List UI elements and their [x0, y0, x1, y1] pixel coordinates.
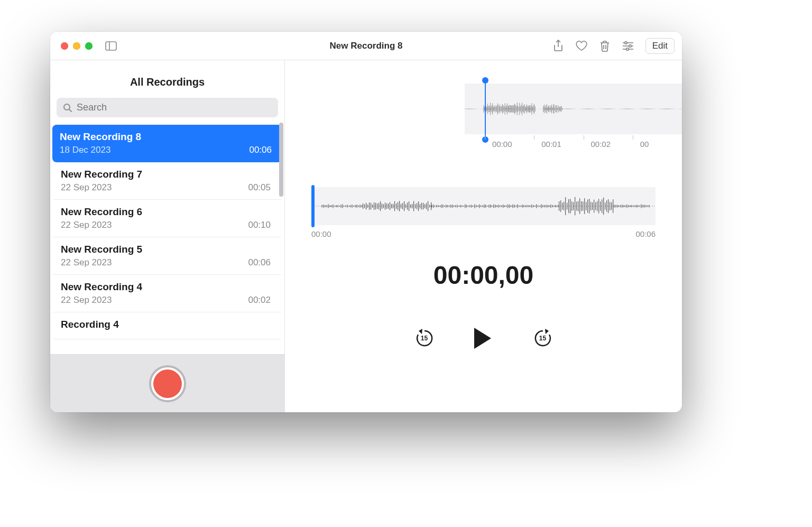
overview-tick: 00:01 — [534, 136, 583, 152]
svg-rect-0 — [106, 42, 116, 50]
recording-name: New Recording 8 — [60, 131, 272, 143]
titlebar: New Recording 8 — [50, 32, 682, 60]
svg-point-7 — [629, 44, 631, 47]
overview-tick: 00:02 — [584, 136, 633, 152]
recording-duration: 00:06 — [249, 145, 272, 155]
search-icon — [63, 103, 72, 113]
current-time-display: 00:00,00 — [285, 261, 682, 290]
trash-icon[interactable] — [599, 40, 611, 52]
edit-button[interactable]: Edit — [645, 38, 675, 54]
overview-playhead[interactable] — [485, 80, 486, 140]
favorite-icon[interactable] — [576, 40, 587, 52]
zoom-window-button[interactable] — [85, 42, 93, 50]
detail-end-time: 00:06 — [635, 229, 656, 238]
recording-item[interactable]: New Recording 522 Sep 202300:06 — [53, 237, 281, 275]
recording-name: Recording 4 — [61, 319, 271, 330]
recording-name: New Recording 6 — [61, 206, 271, 218]
main-panel: 00:0000:0100:0200 00:00 00:06 00:00,00 — [285, 60, 682, 412]
skip-forward-button[interactable]: 15 — [532, 328, 553, 349]
recording-item[interactable]: Recording 4 — [53, 312, 281, 339]
close-window-button[interactable] — [61, 42, 68, 50]
recording-date: 22 Sep 2023 — [61, 295, 112, 306]
svg-point-5 — [625, 41, 627, 43]
play-button[interactable] — [472, 327, 495, 350]
recording-date: 22 Sep 2023 — [61, 220, 112, 230]
recording-name: New Recording 7 — [61, 169, 271, 180]
window-controls — [50, 42, 93, 50]
recording-date: 22 Sep 2023 — [61, 182, 112, 193]
app-window: New Recording 8 — [50, 32, 682, 412]
minimize-window-button[interactable] — [73, 42, 80, 50]
recording-name: New Recording 5 — [61, 244, 271, 255]
recording-duration: 00:10 — [248, 220, 271, 230]
search-input[interactable] — [57, 98, 278, 117]
recording-duration: 00:02 — [248, 295, 271, 306]
window-body: All Recordings New Recording 818 Dec 202… — [50, 60, 682, 412]
search-field[interactable] — [77, 102, 272, 113]
recording-item[interactable]: New Recording 422 Sep 202300:02 — [53, 275, 281, 312]
recording-name: New Recording 4 — [61, 281, 271, 293]
sidebar-footer — [50, 354, 284, 412]
toolbar-right: Edit — [552, 38, 682, 54]
sidebar-toggle-icon[interactable] — [105, 41, 117, 51]
skip-back-button[interactable]: 15 — [414, 328, 435, 349]
svg-point-10 — [64, 104, 70, 110]
play-icon — [472, 327, 493, 350]
svg-point-9 — [626, 48, 629, 50]
scrollbar-thumb[interactable] — [279, 123, 283, 197]
overview-tick: 00:00 — [485, 136, 534, 152]
record-button[interactable] — [149, 365, 186, 402]
recordings-list[interactable]: New Recording 818 Dec 202300:06New Recor… — [50, 123, 284, 354]
detail-time-range: 00:00 00:06 — [311, 229, 656, 238]
detail-start-time: 00:00 — [311, 229, 331, 238]
sidebar: All Recordings New Recording 818 Dec 202… — [50, 60, 285, 412]
share-icon[interactable] — [552, 40, 564, 52]
recording-item[interactable]: New Recording 818 Dec 202300:06 — [52, 125, 282, 162]
playback-controls: 15 15 — [285, 327, 682, 350]
svg-line-11 — [69, 109, 72, 112]
detail-playhead[interactable] — [311, 185, 315, 227]
waveform-overview[interactable]: 00:0000:0100:0200 — [285, 60, 682, 166]
recording-date: 18 Dec 2023 — [60, 145, 110, 155]
overview-tick: 00 — [633, 136, 682, 152]
overview-time-ticks: 00:0000:0100:0200 — [465, 136, 682, 152]
settings-sliders-icon[interactable] — [622, 40, 634, 52]
recording-duration: 00:05 — [248, 182, 271, 193]
recording-date: 22 Sep 2023 — [61, 257, 112, 268]
recording-duration: 00:06 — [248, 257, 271, 268]
sidebar-header: All Recordings — [50, 60, 284, 98]
recording-item[interactable]: New Recording 722 Sep 202300:05 — [53, 162, 281, 200]
waveform-detail[interactable] — [311, 187, 656, 225]
recording-item[interactable]: New Recording 622 Sep 202300:10 — [53, 200, 281, 237]
